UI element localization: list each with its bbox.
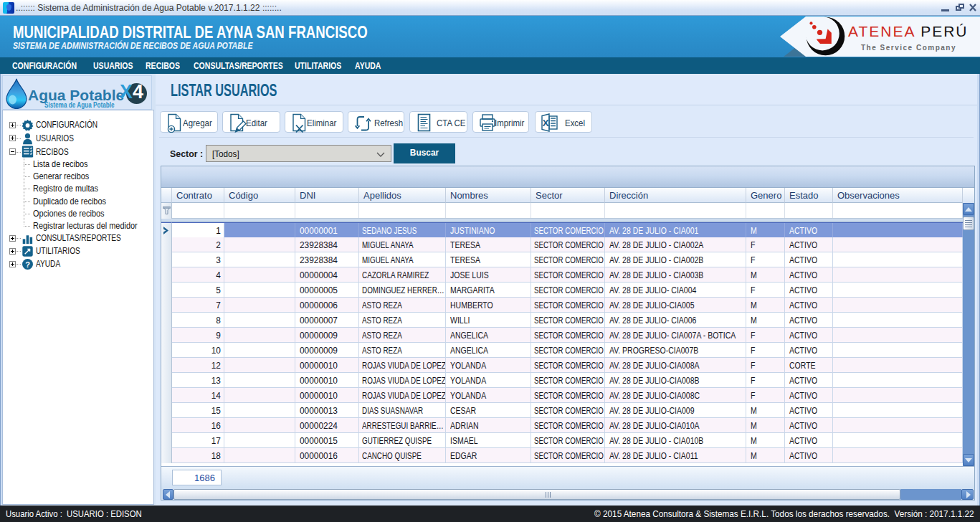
svg-text:X: X bbox=[543, 118, 549, 128]
svg-text:?: ? bbox=[25, 260, 30, 269]
